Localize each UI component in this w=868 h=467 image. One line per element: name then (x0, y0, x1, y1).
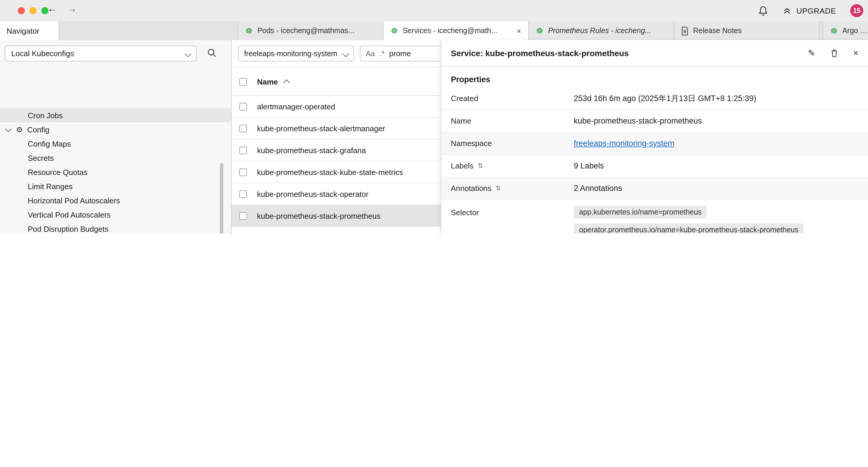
kubernetes-icon: ☸ (830, 26, 838, 35)
tab-label: Prometheus Rules - icecheng... (548, 27, 651, 35)
property-label: Name (451, 116, 574, 125)
tab-label: Pods - icecheng@mathmas... (257, 27, 354, 35)
property-value: 9 Labels (574, 162, 604, 170)
document-icon (681, 26, 688, 35)
upgrade-button[interactable]: UPGRADE (782, 6, 836, 16)
property-label: Created (451, 94, 574, 103)
sidebar-scrollbar-thumb[interactable] (220, 163, 223, 233)
upgrade-icon (782, 6, 792, 16)
service-name: kube-prometheus-stack-grafana (257, 146, 366, 154)
drawer-title: Service: kube-prometheus-stack-prometheu… (451, 49, 629, 58)
row-checkbox[interactable] (239, 190, 247, 198)
close-tab-icon[interactable]: × (517, 26, 521, 35)
namespace-link[interactable]: freeleaps-monitoring-system (574, 139, 675, 148)
resource-tree: Cron Jobs ⚙ Config Config Maps Secrets R… (0, 108, 231, 233)
drawer-actions: ✎ × (808, 49, 859, 58)
sidebar-item-config[interactable]: ⚙ Config (0, 122, 231, 137)
tab-prometheus-rules[interactable]: ☸ Prometheus Rules - icecheng... (529, 21, 674, 40)
sidebar-item-pod-disruption-budgets[interactable]: Pod Disruption Budgets (0, 222, 231, 233)
regex-toggle[interactable]: .* (380, 49, 385, 58)
property-label: Selector (451, 206, 574, 217)
tabstrip-spacer (59, 21, 238, 40)
property-row-name: Name kube-prometheus-stack-prometheus (441, 110, 868, 133)
select-all-checkbox[interactable] (239, 78, 247, 85)
sidebar-item-config-maps[interactable]: Config Maps (0, 137, 231, 151)
row-checkbox[interactable] (239, 168, 247, 176)
sidebar-search-icon[interactable] (207, 48, 217, 60)
match-case-toggle[interactable]: Aa (366, 49, 375, 58)
service-name: kube-prometheus-stack-kube-state-metrics (257, 168, 403, 176)
expand-toggle-icon[interactable]: ⇅ (478, 162, 483, 170)
sort-ascending-icon[interactable] (284, 80, 290, 86)
edit-icon[interactable]: ✎ (808, 49, 815, 58)
close-window-button[interactable] (18, 7, 25, 14)
sidebar-item-vertical-pod-autoscalers[interactable]: Vertical Pod Autoscalers (0, 207, 231, 222)
row-checkbox[interactable] (239, 124, 247, 132)
row-checkbox[interactable] (239, 103, 247, 110)
notification-count-badge[interactable]: 15 (850, 4, 863, 17)
property-value: 2 Annotations (574, 184, 622, 193)
property-row-labels: Labels⇅ 9 Labels (441, 155, 868, 177)
chevron-down-icon (343, 49, 348, 58)
section-heading-properties: Properties (441, 75, 868, 84)
kubernetes-icon: ☸ (536, 26, 543, 35)
gear-icon: ⚙ (16, 125, 27, 134)
namespace-filter-value: freeleaps-monitoring-system (244, 49, 337, 58)
sidebar-item-secrets[interactable]: Secrets (0, 151, 231, 165)
upgrade-label: UPGRADE (797, 6, 836, 15)
close-icon[interactable]: × (853, 49, 859, 58)
property-value: kube-prometheus-stack-prometheus (574, 116, 702, 125)
minimize-window-button[interactable] (30, 7, 37, 14)
selector-chip: operator.prometheus.io/name=kube-prometh… (574, 224, 804, 233)
tab-release-notes[interactable]: Release Notes (674, 21, 819, 40)
chevron-down-icon[interactable] (6, 128, 16, 131)
expand-toggle-icon[interactable]: ⇅ (495, 184, 501, 192)
selector-chip: app.kubernetes.io/name=prometheus (574, 206, 707, 219)
titlebar: ← → UPGRADE 15 (0, 0, 868, 21)
drawer-body: Properties Created 253d 16h 6m ago (2025… (441, 67, 868, 233)
service-name: kube-prometheus-stack-operator (257, 189, 368, 198)
kubeconfig-select[interactable]: Local Kubeconfigs (5, 46, 197, 61)
delete-icon[interactable] (830, 49, 838, 58)
name-column-header[interactable]: Name (257, 77, 278, 86)
sidebar-item-resource-quotas[interactable]: Resource Quotas (0, 165, 231, 179)
tab-navigator[interactable]: Navigator (0, 21, 59, 40)
sidebar-item-limit-ranges[interactable]: Limit Ranges (0, 179, 231, 193)
window-controls (18, 7, 49, 14)
sidebar-item-horizontal-pod-autoscalers[interactable]: Horizontal Pod Autoscalers (0, 193, 231, 207)
service-name: kube-prometheus-stack-prometheus (257, 211, 380, 220)
property-row-namespace: Namespace freeleaps-monitoring-system (441, 133, 868, 155)
property-label: Annotations (451, 184, 491, 193)
tab-label: Services - icecheng@math... (403, 27, 497, 35)
tab-services[interactable]: ☸ Services - icecheng@math... × (383, 21, 529, 40)
kubernetes-icon: ☸ (391, 26, 398, 35)
namespace-filter-select[interactable]: freeleaps-monitoring-system (238, 46, 354, 61)
tab-pods[interactable]: ☸ Pods - icecheng@mathmas... (238, 21, 383, 40)
navigator-sidebar: Local Kubeconfigs Cron Jobs ⚙ Config Con… (0, 40, 231, 233)
tab-argo[interactable]: ☸ Argo Se (823, 21, 868, 40)
drawer-header: Service: kube-prometheus-stack-prometheu… (441, 40, 868, 67)
service-name: alertmanager-operated (257, 102, 335, 111)
property-label: Labels (451, 162, 473, 170)
tab-label: Release Notes (693, 27, 742, 35)
forward-button[interactable]: → (67, 3, 77, 15)
app-window: ← → UPGRADE 15 Navigator ☸ Pods - iceche… (0, 0, 868, 233)
row-checkbox[interactable] (239, 146, 247, 154)
tabstrip: Navigator ☸ Pods - icecheng@mathmas... ☸… (0, 21, 868, 41)
property-row-annotations: Annotations⇅ 2 Annotations (441, 177, 868, 200)
navigator-tab-label: Navigator (6, 26, 39, 35)
back-button[interactable]: ← (47, 3, 57, 15)
property-row-selector: Selector app.kubernetes.io/name=promethe… (441, 200, 868, 233)
property-label: Namespace (451, 139, 574, 148)
property-value: 253d 16h 6m ago (2025年1月13日 GMT+8 1:25:3… (574, 93, 756, 104)
kubeconfig-select-value: Local Kubeconfigs (11, 49, 74, 58)
titlebar-right: UPGRADE 15 (758, 0, 863, 21)
sidebar-item-cron-jobs[interactable]: Cron Jobs (0, 108, 231, 122)
row-checkbox[interactable] (239, 212, 247, 220)
service-detail-drawer: Service: kube-prometheus-stack-prometheu… (441, 40, 868, 233)
tab-label: Argo Se (842, 27, 868, 35)
service-name: kube-prometheus-stack-alertmanager (257, 124, 385, 133)
history-nav: ← → (47, 3, 77, 15)
notifications-bell-icon[interactable] (758, 5, 768, 16)
chevron-down-icon (186, 49, 190, 58)
